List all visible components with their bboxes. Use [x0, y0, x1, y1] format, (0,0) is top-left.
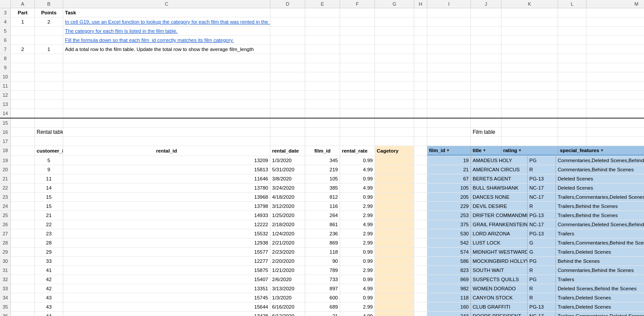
cell-g25[interactable]: [375, 211, 414, 220]
cell-f25[interactable]: 2.99: [340, 211, 375, 220]
film-cell-rating-23[interactable]: NC-17: [528, 193, 556, 201]
cell-c6[interactable]: Fill the formula down so that each film_…: [63, 36, 270, 44]
cell-g36[interactable]: [375, 312, 414, 316]
film-cell-rating-30[interactable]: PG: [528, 257, 556, 265]
rental-header-rental-date[interactable]: rental_date: [270, 146, 305, 156]
cell-b24[interactable]: 15: [35, 202, 63, 211]
film-cell-rating-29[interactable]: G: [528, 248, 556, 256]
cell-b27[interactable]: 23: [35, 229, 63, 238]
film-cell-rating-26[interactable]: NC-17: [528, 220, 556, 229]
cell-e35[interactable]: 689: [305, 302, 340, 311]
film-cell-id-20[interactable]: 21: [427, 165, 471, 174]
film-cell-title-29[interactable]: MIDNIGHT WESTWARD: [471, 248, 528, 256]
film-cell-id-36[interactable]: 243: [427, 312, 471, 316]
col-header-l[interactable]: L: [558, 0, 586, 8]
film-header-title[interactable]: title ▼: [471, 146, 501, 156]
cell-d33[interactable]: 3/13/2020: [270, 284, 305, 293]
cell-f36[interactable]: 4.99: [340, 312, 375, 316]
cell-g31[interactable]: [375, 266, 414, 275]
cell-f29[interactable]: 0.99: [340, 248, 375, 256]
cell-f30[interactable]: 0.99: [340, 257, 375, 265]
cell-g28[interactable]: [375, 238, 414, 247]
cell-g21[interactable]: [375, 174, 414, 183]
cell-c28[interactable]: 12938: [63, 238, 270, 247]
cell-d22[interactable]: 3/24/2020: [270, 183, 305, 192]
cell-c23[interactable]: 13968: [63, 193, 270, 201]
film-cell-special-31[interactable]: Commentaries,Behind the Scenes: [556, 266, 644, 275]
film-cell-special-21[interactable]: Deleted Scenes: [556, 174, 644, 183]
film-cell-rating-19[interactable]: PG: [528, 156, 556, 165]
cell-f32[interactable]: 0.99: [340, 275, 375, 284]
film-cell-special-27[interactable]: Trailers: [556, 229, 644, 238]
cell-e30[interactable]: 90: [305, 257, 340, 265]
film-cell-id-23[interactable]: 205: [427, 193, 471, 201]
filter-icon-title[interactable]: ▼: [482, 147, 486, 154]
film-cell-special-35[interactable]: Trailers,Deleted Scenes: [556, 302, 644, 311]
film-header-rating[interactable]: rating ▼: [501, 146, 558, 156]
cell-b31[interactable]: 41: [35, 266, 63, 275]
film-cell-title-21[interactable]: BERETS AGENT: [471, 174, 528, 183]
cell-e36[interactable]: 21: [305, 312, 340, 316]
cell-b34[interactable]: 43: [35, 293, 63, 302]
cell-g33[interactable]: [375, 284, 414, 293]
cell-b22[interactable]: 14: [35, 183, 63, 192]
film-cell-special-25[interactable]: Trailers,Behind the Scenes: [556, 211, 644, 220]
cell-d30[interactable]: 2/20/2020: [270, 257, 305, 265]
cell-c27[interactable]: 15532: [63, 229, 270, 238]
film-cell-special-34[interactable]: Trailers,Deleted Scenes: [556, 293, 644, 302]
film-cell-title-23[interactable]: DANCES NONE: [471, 193, 528, 201]
cell-c19[interactable]: 13209: [63, 156, 270, 165]
cell-e28[interactable]: 869: [305, 238, 340, 247]
film-cell-id-26[interactable]: 375: [427, 220, 471, 229]
film-cell-rating-32[interactable]: PG: [528, 275, 556, 284]
cell-f31[interactable]: 2.99: [340, 266, 375, 275]
film-cell-id-32[interactable]: 869: [427, 275, 471, 284]
cell-c4[interactable]: In cell G19, use an Excel function to lo…: [63, 17, 270, 26]
cell-g35[interactable]: [375, 302, 414, 311]
cell-g22[interactable]: [375, 183, 414, 192]
film-cell-id-22[interactable]: 105: [427, 183, 471, 192]
cell-c3[interactable]: Task: [63, 8, 270, 17]
filter-icon-film-id[interactable]: ▼: [446, 147, 450, 154]
cell-d21[interactable]: 3/8/2020: [270, 174, 305, 183]
film-cell-special-24[interactable]: Trailers,Behind the Scenes: [556, 202, 644, 211]
film-cell-title-30[interactable]: MOCKINGBIRD HOLLYW: [471, 257, 528, 265]
col-header-k[interactable]: K: [501, 0, 558, 8]
film-cell-rating-20[interactable]: R: [528, 165, 556, 174]
film-cell-special-29[interactable]: Trailers,Deleted Scenes: [556, 248, 644, 256]
cell-g20[interactable]: [375, 165, 414, 174]
cell-d36[interactable]: 6/12/2020: [270, 312, 305, 316]
cell-g19[interactable]: [375, 156, 414, 165]
cell-g27[interactable]: [375, 229, 414, 238]
col-header-m[interactable]: M: [586, 0, 644, 8]
col-header-f[interactable]: F: [340, 0, 375, 8]
film-cell-title-24[interactable]: DEVIL DESIRE: [471, 202, 528, 211]
film-cell-id-35[interactable]: 160: [427, 302, 471, 311]
cell-b21[interactable]: 11: [35, 174, 63, 183]
col-header-c[interactable]: C: [63, 0, 270, 8]
col-header-g[interactable]: G: [375, 0, 414, 8]
col-header-e[interactable]: E: [305, 0, 340, 8]
cell-e33[interactable]: 897: [305, 284, 340, 293]
cell-f20[interactable]: 4.99: [340, 165, 375, 174]
cell-d23[interactable]: 4/18/2020: [270, 193, 305, 201]
film-cell-title-25[interactable]: DRIFTER COMMANDME: [471, 211, 528, 220]
col-header-b[interactable]: B: [35, 0, 63, 8]
film-cell-id-19[interactable]: 19: [427, 156, 471, 165]
film-cell-id-30[interactable]: 586: [427, 257, 471, 265]
cell-c33[interactable]: 13351: [63, 284, 270, 293]
cell-f24[interactable]: 2.99: [340, 202, 375, 211]
cell-f27[interactable]: 2.99: [340, 229, 375, 238]
cell-e23[interactable]: 812: [305, 193, 340, 201]
film-cell-rating-35[interactable]: PG-13: [528, 302, 556, 311]
film-cell-title-35[interactable]: CLUB GRAFFITI: [471, 302, 528, 311]
cell-f35[interactable]: 2.99: [340, 302, 375, 311]
cell-c29[interactable]: 15577: [63, 248, 270, 256]
cell-c22[interactable]: 13780: [63, 183, 270, 192]
film-cell-rating-21[interactable]: PG-13: [528, 174, 556, 183]
cell-e32[interactable]: 733: [305, 275, 340, 284]
film-cell-rating-31[interactable]: R: [528, 266, 556, 275]
cell-c35[interactable]: 15644: [63, 302, 270, 311]
film-header-special-features[interactable]: special_features ▼: [558, 146, 644, 156]
film-cell-title-20[interactable]: AMERICAN CIRCUS: [471, 165, 528, 174]
